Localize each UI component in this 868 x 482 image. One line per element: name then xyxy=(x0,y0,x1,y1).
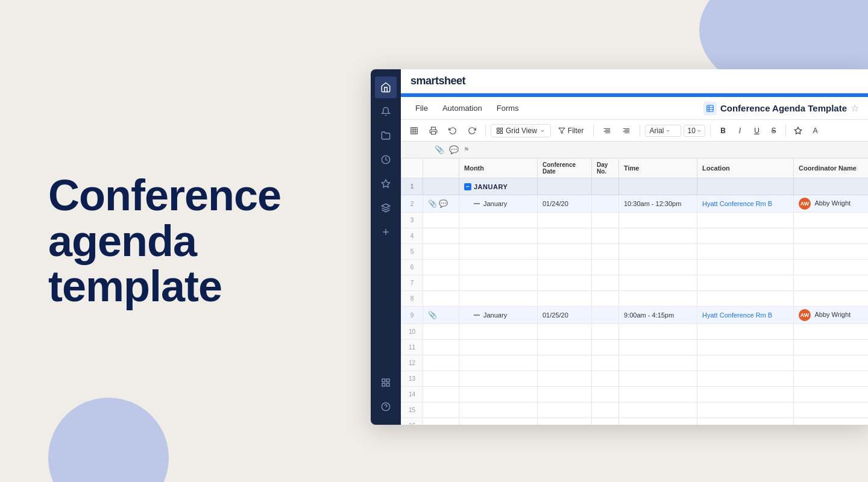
underline-btn[interactable]: U xyxy=(749,124,764,138)
table-row: 2 📎 💬 January 01/24/2 xyxy=(401,195,869,213)
toolbar-divider-3 xyxy=(640,125,640,137)
conf-date-cell[interactable]: 01/25/20 xyxy=(538,307,592,324)
row-num: 14 xyxy=(401,387,423,402)
toolbar-indent-btn[interactable] xyxy=(599,122,615,139)
text-color-btn[interactable]: A xyxy=(808,124,822,138)
toolbar-outdent-btn[interactable] xyxy=(618,122,635,139)
collapse-icon[interactable]: − xyxy=(464,183,471,190)
month-cell[interactable]: January xyxy=(459,195,538,213)
col-header-day-no[interactable]: Day No. xyxy=(592,158,619,178)
size-dropdown[interactable]: 10 xyxy=(684,125,705,137)
table-row: 8 xyxy=(401,291,869,307)
table-row: 1 − JANUARY xyxy=(401,178,869,195)
left-content: Conference agenda template xyxy=(48,173,326,310)
filter-btn[interactable]: Filter xyxy=(553,125,589,137)
table-row: 3 xyxy=(401,213,869,228)
row-num: 15 xyxy=(401,402,423,418)
toolbar-divider-1 xyxy=(485,125,486,137)
comment-icon[interactable]: 💬 xyxy=(439,199,448,208)
doc-icon xyxy=(703,102,717,115)
table-row: 10 xyxy=(401,324,869,340)
menu-file[interactable]: File xyxy=(408,101,435,115)
coordinator-cell[interactable]: AW Abby Wright xyxy=(794,307,869,324)
sidebar-item-browse[interactable] xyxy=(375,125,397,146)
toolbar-divider-2 xyxy=(593,125,594,137)
sidebar-item-create[interactable] xyxy=(375,221,397,243)
table-row: 6 xyxy=(401,260,869,275)
row-num: 8 xyxy=(401,291,423,307)
svg-rect-5 xyxy=(386,379,389,382)
strikethrough-btn[interactable]: S xyxy=(766,124,781,138)
sidebar-item-notifications[interactable] xyxy=(375,101,397,122)
day-no-cell[interactable] xyxy=(592,307,619,324)
time-cell[interactable]: 10:30am - 12:30pm xyxy=(619,195,697,213)
table-row: 16 xyxy=(401,418,869,425)
toolbar-undo-btn[interactable] xyxy=(444,122,461,139)
location-link[interactable]: Hyatt Conference Rm B xyxy=(702,311,772,319)
app-container: smartsheet File Automation Forms xyxy=(371,69,868,425)
month-cell[interactable]: − JANUARY xyxy=(459,178,538,195)
bold-btn[interactable]: B xyxy=(715,124,730,138)
row-num: 13 xyxy=(401,371,423,387)
row-num: 12 xyxy=(401,355,423,371)
italic-btn[interactable]: I xyxy=(732,124,747,138)
svg-marker-1 xyxy=(382,180,389,187)
row-num: 5 xyxy=(401,244,423,260)
col-header-month[interactable]: Month xyxy=(459,158,538,178)
attachment-icon[interactable]: 📎 xyxy=(428,199,437,208)
table-row: 15 xyxy=(401,402,869,418)
svg-rect-19 xyxy=(432,131,436,134)
row-num: 10 xyxy=(401,324,423,340)
time-cell[interactable]: 9:00am - 4:15pm xyxy=(619,307,697,324)
location-cell[interactable]: Hyatt Conference Rm B xyxy=(697,195,794,213)
row-icons-cell xyxy=(423,178,459,195)
row-num: 9 xyxy=(401,307,423,324)
sidebar-item-launcher[interactable] xyxy=(375,372,397,393)
toolbar-grid-icon[interactable] xyxy=(406,122,423,139)
toolbar-redo-btn[interactable] xyxy=(464,122,480,139)
svg-rect-7 xyxy=(386,383,389,386)
table-row: 7 xyxy=(401,275,869,291)
conf-date-cell[interactable]: 01/24/20 xyxy=(538,195,592,213)
svg-rect-21 xyxy=(500,128,503,130)
col-header-conf-date[interactable]: Conference Date xyxy=(538,158,592,178)
doc-title: Conference Agenda Template xyxy=(720,103,847,113)
location-link[interactable]: Hyatt Conference Rm B xyxy=(702,200,772,207)
location-cell[interactable]: Hyatt Conference Rm B xyxy=(697,307,794,324)
col-header-coordinator[interactable]: Coordinator Name xyxy=(794,158,869,178)
avatar: AW xyxy=(799,198,811,210)
attachment-icon[interactable]: 📎 xyxy=(428,311,437,319)
svg-rect-10 xyxy=(707,105,714,111)
svg-rect-22 xyxy=(497,131,500,134)
highlight-color-btn[interactable] xyxy=(791,124,805,138)
month-cell[interactable]: January xyxy=(459,307,538,324)
row-num: 11 xyxy=(401,340,423,355)
row-num: 3 xyxy=(401,213,423,228)
col-header-time[interactable]: Time xyxy=(619,158,697,178)
app-logo: smartsheet xyxy=(410,75,465,87)
sub-indicator xyxy=(474,315,480,316)
toolbar-print-icon[interactable] xyxy=(425,122,442,139)
grid-view-dropdown[interactable]: Grid View xyxy=(491,124,551,137)
day-no-cell[interactable] xyxy=(592,195,619,213)
svg-marker-24 xyxy=(559,128,565,133)
row-num: 4 xyxy=(401,228,423,244)
sidebar-item-help[interactable] xyxy=(375,396,397,418)
sidebar-item-favorites[interactable] xyxy=(375,173,397,195)
star-icon[interactable]: ☆ xyxy=(851,102,859,114)
sidebar-item-workspaces[interactable] xyxy=(375,197,397,219)
sidebar-item-home[interactable] xyxy=(375,77,397,98)
app-header: smartsheet xyxy=(401,69,868,93)
table-row: 4 xyxy=(401,228,869,244)
avatar: AW xyxy=(799,309,811,321)
table-row: 11 xyxy=(401,340,869,355)
sidebar-item-recent[interactable] xyxy=(375,149,397,171)
menu-forms[interactable]: Forms xyxy=(489,101,526,115)
coordinator-cell[interactable]: AW Abby Wright xyxy=(794,195,869,213)
col-header-location[interactable]: Location xyxy=(697,158,794,178)
menu-automation[interactable]: Automation xyxy=(435,101,489,115)
sheet-table: Month Conference Date Day No. Time xyxy=(401,158,868,425)
svg-rect-20 xyxy=(497,128,500,130)
svg-rect-6 xyxy=(382,383,385,386)
font-dropdown[interactable]: Arial xyxy=(645,125,681,137)
